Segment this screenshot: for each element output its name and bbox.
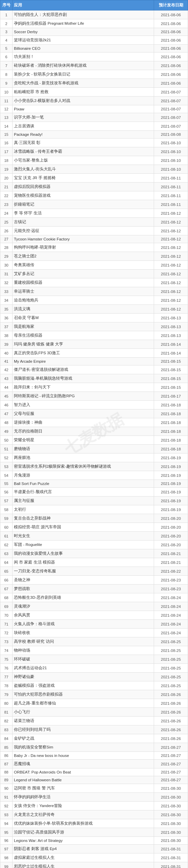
table-row: 89Legend of Halloween Battle2021-08-27 xyxy=(0,776,188,784)
cell-app-name: 军团 - Roguelite xyxy=(13,541,154,549)
cell-index: 31 xyxy=(0,270,13,278)
col-header-index: 序号 xyxy=(0,0,13,10)
table-row: 32重建校园模拟器2021-08-12 xyxy=(0,278,188,287)
cell-release-date: 2021-08-12 xyxy=(154,305,188,314)
table-row: 66圣物之神2021-08-23 xyxy=(0,576,188,585)
cell-app-name: ORBEAT: Pop Asteroids On Beat xyxy=(13,768,154,776)
cell-index: 49 xyxy=(0,427,13,436)
cell-app-name: 真正的突击队FPS 3D激工 xyxy=(13,349,154,358)
cell-index: 16 xyxy=(0,139,13,147)
cell-release-date: 2021-08-27 xyxy=(154,768,188,776)
cell-app-name: 你已经到到结局了吗 xyxy=(13,725,154,734)
cell-index: 56 xyxy=(0,488,13,496)
table-row: 93火龙竟古之文社萨传奇2021-08-30 xyxy=(0,810,188,819)
cell-app-name: 李 等 怀宇 生活 xyxy=(13,209,154,218)
cell-index: 51 xyxy=(0,445,13,453)
cell-app-name: Ball Sort Fun Puzzle xyxy=(13,480,154,488)
cell-app-name: 小宅当家-整鱼上饭 xyxy=(13,156,154,165)
cell-index: 93 xyxy=(0,810,13,819)
table-row: 71火集人战争：格斗游戏2021-08-24 xyxy=(0,620,188,629)
table-row: 18小宅当家-整鱼上饭2021-08-10 xyxy=(0,156,188,165)
table-row: 16真·三国无双 彰2021-08-10 xyxy=(0,139,188,147)
cell-release-date: 2021-08-06 xyxy=(154,79,188,88)
cell-app-name: 密室逃脱求生系列2极限探索-趣情索休闲寻物解谜游戏 xyxy=(13,462,154,471)
cell-app-name: 我是航海家 xyxy=(13,322,154,331)
cell-index: 46 xyxy=(0,401,13,409)
cell-index: 90 xyxy=(0,784,13,793)
cell-app-name: My Arcade Empire xyxy=(13,358,154,365)
cell-release-date: 2021-08-13 xyxy=(154,314,188,322)
cell-index: 24 xyxy=(0,209,13,218)
cell-app-name: 幸运草骑士 xyxy=(13,287,154,296)
cell-release-date: 2021-08-13 xyxy=(154,331,188,340)
cell-app-name: 孕妈妈生活模拟器 Pregnant Mother Life xyxy=(13,19,154,28)
table-row: 68恐怖般生3D-恶作剧到英雄2021-08-24 xyxy=(0,593,188,602)
cell-index: 6 xyxy=(0,52,13,61)
table-row: 72块砖收收2021-08-24 xyxy=(0,629,188,637)
cell-app-name: 恐怖般生3D-恶作剧到英雄 xyxy=(13,593,154,602)
table-row: 17冰雪战略版 - 传奇王者争霸2021-08-10 xyxy=(0,147,188,156)
cell-release-date: 2021-08-25 xyxy=(154,637,188,646)
cell-app-name: 火集人战争：格斗游戏 xyxy=(13,620,154,629)
cell-release-date: 2021-08-12 xyxy=(154,252,188,261)
table-row: 64闲 市 家庭 生活 模拟器2021-08-21 xyxy=(0,558,188,567)
cell-app-name: 折鐘箱笔记 xyxy=(13,200,154,209)
table-row: 1可怕的陌生人：大犯罪恶作剧2021-08-06 xyxy=(0,10,188,19)
table-row: 9贪吃蛇大作战 - 新竞技攻车单机游戏2021-08-06 xyxy=(0,79,188,88)
cell-index: 18 xyxy=(0,156,13,165)
table-row: 42僵尸道长-密室逃脱侦解谜游戏2021-08-15 xyxy=(0,365,188,374)
cell-index: 35 xyxy=(0,305,13,314)
cell-index: 99 xyxy=(0,862,13,868)
cell-release-date: 2021-08-24 xyxy=(154,629,188,637)
cell-app-name: 真·三国无双 彰 xyxy=(13,139,154,147)
cell-index: 10 xyxy=(0,88,13,97)
cell-app-name: 激烈火集人-街头大乱斗 xyxy=(13,165,154,174)
cell-app-name: 神野诸仙豪 xyxy=(13,673,154,681)
cell-index: 71 xyxy=(0,620,13,629)
cell-release-date: 2021-08-18 xyxy=(154,418,188,427)
cell-index: 45 xyxy=(0,392,13,401)
cell-index: 62 xyxy=(0,541,13,549)
cell-index: 4 xyxy=(0,36,13,45)
cell-release-date: 2021-08-19 xyxy=(154,471,188,480)
cell-app-name: 余风风贯 xyxy=(13,611,154,620)
cell-release-date: 2021-08-30 xyxy=(154,828,188,837)
cell-index: 63 xyxy=(0,549,13,558)
cell-app-name: 诺菜兰物语 xyxy=(13,717,154,725)
cell-release-date: 2021-08-06 xyxy=(154,28,188,36)
cell-release-date: 2021-08-11 xyxy=(154,191,188,200)
table-row: 7砖块破坏者 - 消除类打砖块休闲单机游戏2021-08-06 xyxy=(0,61,188,70)
cell-release-date: 2021-08-06 xyxy=(154,45,188,52)
table-row: 77神野诸仙豪2021-08-25 xyxy=(0,673,188,681)
cell-release-date: 2021-08-23 xyxy=(154,576,188,585)
cell-app-name: Pixaw xyxy=(13,105,154,113)
table-row: 58太初行2021-08-19 xyxy=(0,505,188,514)
cell-release-date: 2021-08-11 xyxy=(154,174,188,183)
cell-app-name: 荣耀全明星 xyxy=(13,436,154,445)
cell-app-name: 元能失控·远征 xyxy=(13,227,154,235)
cell-index: 65 xyxy=(0,567,13,576)
table-row: 86Baby Jr - Da new boss in house2021-08-… xyxy=(0,752,188,760)
table-row: 46智力进入2021-08-18 xyxy=(0,401,188,409)
cell-index: 19 xyxy=(0,165,13,174)
cell-app-name: 磨镜物语 xyxy=(13,445,154,453)
cell-release-date: 2021-08-15 xyxy=(154,374,188,383)
cell-index: 73 xyxy=(0,637,13,646)
table-row: 48逆操块接：神曲2021-08-18 xyxy=(0,418,188,427)
cell-app-name: 艾矿多丛记 xyxy=(13,270,154,278)
cell-index: 66 xyxy=(0,576,13,585)
cell-app-name: 高学校 教师 研究 访问 xyxy=(13,637,154,646)
cell-release-date: 2021-08-18 xyxy=(154,445,188,453)
cell-index: 85 xyxy=(0,743,13,752)
cell-release-date: 2021-08-24 xyxy=(154,602,188,611)
cell-app-name: 属主与征服 xyxy=(13,496,154,505)
cell-app-name: 逆操块接：神曲 xyxy=(13,418,154,427)
cell-app-name: 无尽的拉格朗日 xyxy=(13,427,154,436)
table-row: 56半虚夏合行-颓戏代言2021-08-19 xyxy=(0,488,188,496)
cell-app-name: 太初行 xyxy=(13,505,154,514)
cell-release-date: 2021-08-12 xyxy=(154,278,188,287)
cell-release-date: 2021-08-10 xyxy=(154,156,188,165)
cell-index: 91 xyxy=(0,793,13,802)
cell-release-date: 2021-08-26 xyxy=(154,708,188,717)
table-row: 15Package Ready!2021-08-08 xyxy=(0,131,188,139)
